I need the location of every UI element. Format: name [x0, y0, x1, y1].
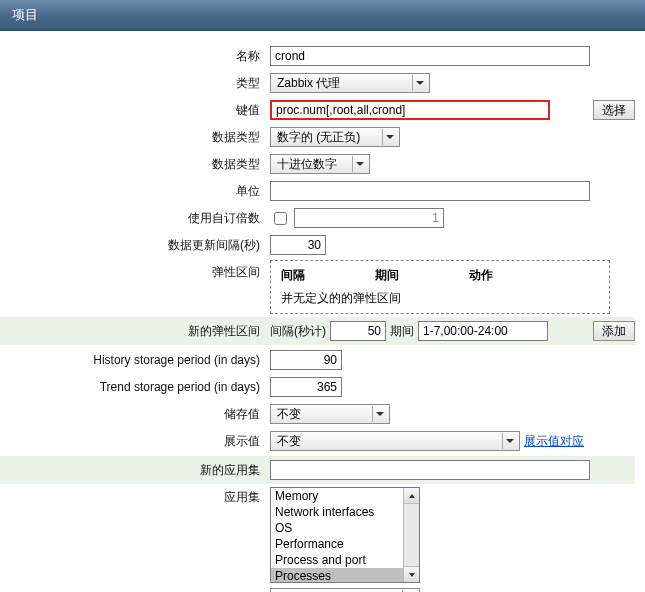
trend-period-input[interactable]	[270, 377, 342, 397]
fi-empty-message: 并无定义的的弹性区间	[281, 290, 599, 307]
data-type-value: 数字的 (无正负)	[277, 129, 360, 146]
row-new-app-set: 新的应用集	[0, 456, 635, 484]
row-name: 名称	[0, 44, 635, 68]
scrollbar[interactable]	[403, 488, 419, 582]
row-new-flex-interval: 新的弹性区间 间隔(秒计) 期间 添加	[0, 317, 635, 345]
scroll-down-button[interactable]	[404, 566, 419, 582]
label-show-value: 展示值	[0, 433, 270, 450]
label-history-period: History storage period (in days)	[0, 353, 270, 367]
row-type: 类型 Zabbix 代理	[0, 71, 635, 95]
update-interval-input[interactable]	[270, 235, 326, 255]
unit-input[interactable]	[270, 181, 590, 201]
label-new-flex-interval: 新的弹性区间	[0, 323, 270, 340]
key-input[interactable]	[270, 100, 550, 120]
row-key: 键值 选择	[0, 98, 635, 122]
row-multiplier: 使用自订倍数	[0, 206, 635, 230]
add-flex-interval-button[interactable]: 添加	[593, 321, 635, 341]
fi-interval-inline-label: 间隔(秒计)	[270, 323, 326, 340]
panel-header: 项目	[0, 0, 645, 31]
select-key-button[interactable]: 选择	[593, 100, 635, 120]
fi-col-period: 期间	[375, 267, 399, 284]
list-item[interactable]: Memory	[271, 488, 403, 504]
data-type-select[interactable]: 数字的 (无正负)	[270, 127, 400, 147]
list-item[interactable]: Process and port	[271, 552, 403, 568]
new-fi-seconds-input[interactable]	[330, 321, 386, 341]
scroll-up-button[interactable]	[404, 488, 419, 504]
label-trend-period: Trend storage period (in days)	[0, 380, 270, 394]
host-inventory-select[interactable]: -无-	[270, 588, 420, 592]
history-period-input[interactable]	[270, 350, 342, 370]
list-item[interactable]: OS	[271, 520, 403, 536]
label-unit: 单位	[0, 183, 270, 200]
show-value-link[interactable]: 展示值对应	[524, 433, 584, 450]
row-host-inventory: 填入主机资产纪录栏位 -无-	[0, 586, 635, 592]
fi-col-interval: 间隔	[281, 267, 305, 284]
list-item[interactable]: Network interfaces	[271, 504, 403, 520]
label-flex-interval: 弹性区间	[0, 260, 270, 281]
fi-col-action: 动作	[469, 267, 493, 284]
type-select-value: Zabbix 代理	[277, 75, 340, 92]
row-data-type2: 数据类型 十进位数字	[0, 152, 635, 176]
label-app-set: 应用集	[0, 487, 270, 506]
app-set-items: MemoryNetwork interfacesOSPerformancePro…	[271, 488, 403, 582]
label-update-interval: 数据更新间隔(秒)	[0, 237, 270, 254]
store-value-select[interactable]: 不变	[270, 404, 390, 424]
fi-period-inline-label: 期间	[390, 323, 414, 340]
label-type: 类型	[0, 75, 270, 92]
label-key: 键值	[0, 102, 270, 119]
multiplier-value-input	[294, 208, 444, 228]
chevron-down-icon	[382, 129, 397, 145]
show-value-value: 不变	[277, 433, 301, 450]
store-value-value: 不变	[277, 406, 301, 423]
row-unit: 单位	[0, 179, 635, 203]
scroll-track[interactable]	[404, 504, 419, 566]
chevron-down-icon	[352, 156, 367, 172]
show-value-select[interactable]: 不变	[270, 431, 520, 451]
name-input[interactable]	[270, 46, 590, 66]
label-name: 名称	[0, 48, 270, 65]
data-type2-value: 十进位数字	[277, 156, 337, 173]
app-set-listbox[interactable]: MemoryNetwork interfacesOSPerformancePro…	[270, 487, 420, 583]
flex-interval-box: 间隔 期间 动作 并无定义的的弹性区间	[270, 260, 610, 314]
row-store-value: 储存值 不变	[0, 402, 635, 426]
multiplier-checkbox[interactable]	[274, 212, 287, 225]
chevron-down-icon	[372, 406, 387, 422]
row-update-interval: 数据更新间隔(秒)	[0, 233, 635, 257]
row-flex-interval: 弹性区间 间隔 期间 动作 并无定义的的弹性区间	[0, 260, 635, 314]
new-fi-period-input[interactable]	[418, 321, 548, 341]
data-type2-select[interactable]: 十进位数字	[270, 154, 370, 174]
list-item[interactable]: Processes	[271, 568, 403, 582]
list-item[interactable]: Performance	[271, 536, 403, 552]
label-new-app-set: 新的应用集	[0, 462, 270, 479]
chevron-down-icon	[412, 75, 427, 91]
label-store-value: 储存值	[0, 406, 270, 423]
type-select[interactable]: Zabbix 代理	[270, 73, 430, 93]
new-app-set-input[interactable]	[270, 460, 590, 480]
row-data-type: 数据类型 数字的 (无正负)	[0, 125, 635, 149]
form: 名称 类型 Zabbix 代理 键值 选择 数据类型 数字的 (无正负)	[0, 31, 645, 592]
row-show-value: 展示值 不变 展示值对应	[0, 429, 635, 453]
row-app-set: 应用集 MemoryNetwork interfacesOSPerformanc…	[0, 487, 635, 583]
label-data-type: 数据类型	[0, 129, 270, 146]
row-trend-period: Trend storage period (in days)	[0, 375, 635, 399]
label-multiplier: 使用自订倍数	[0, 210, 270, 227]
chevron-down-icon	[502, 433, 517, 449]
panel-title: 项目	[12, 7, 38, 22]
label-data-type2: 数据类型	[0, 156, 270, 173]
row-history-period: History storage period (in days)	[0, 348, 635, 372]
